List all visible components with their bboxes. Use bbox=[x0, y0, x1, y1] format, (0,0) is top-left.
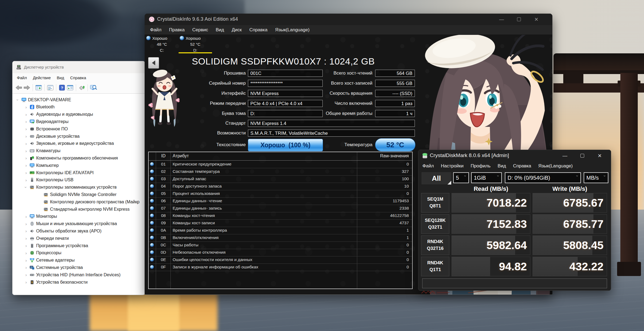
tree-item-процессоры[interactable]: ›Процессоры bbox=[24, 249, 61, 257]
menu-item-справка[interactable]: Справка bbox=[67, 75, 89, 81]
tree-item-стандартный-контроллер-nvm-express[interactable]: Стандартный контроллер NVM Express bbox=[38, 206, 130, 213]
menu-item-вид[interactable]: Вид bbox=[212, 26, 227, 34]
tree-item-клавиатуры[interactable]: ›Клавиатуры bbox=[24, 147, 60, 155]
tree-item-мониторы[interactable]: ›Мониторы bbox=[24, 213, 57, 220]
smart-row-0B[interactable]: 0BВключения/отключения1 bbox=[149, 234, 412, 242]
chevron-collapsed-icon[interactable]: › bbox=[24, 171, 28, 175]
tree-item-видеоадаптеры[interactable]: ›Видеоадаптеры bbox=[24, 118, 69, 125]
menu-item-язык-language-[interactable]: Язык(Language) bbox=[535, 162, 576, 170]
menu-item-сервис[interactable]: Сервис bbox=[189, 26, 211, 34]
smart-row-09[interactable]: 09Команды хост-записи4737 bbox=[149, 219, 412, 227]
menu-item-вид[interactable]: Вид bbox=[54, 75, 67, 81]
menu-item-диск[interactable]: Диск bbox=[228, 26, 245, 34]
tree-item-программные-устройства[interactable]: ›Программные устройства bbox=[24, 242, 88, 249]
menu-item-справка[interactable]: Справка bbox=[246, 26, 271, 34]
smart-row-0A[interactable]: 0AВремя работы контроллера1 bbox=[149, 227, 412, 234]
toolbar-button-search-computer-icon[interactable] bbox=[89, 84, 98, 92]
tree-item-звуковые-игровые-и-видеоустройства[interactable]: ›Звуковые, игровые и видеоустройства bbox=[24, 140, 114, 147]
tree-item-дисковые-устройства[interactable]: ›Дисковые устройства bbox=[24, 133, 80, 140]
smart-row-01[interactable]: 01Критическое предупреждение0 bbox=[149, 161, 412, 168]
back-button[interactable] bbox=[148, 57, 159, 69]
close-button[interactable]: × bbox=[532, 15, 540, 23]
smart-row-05[interactable]: 05Процент использования0 bbox=[149, 190, 412, 198]
menu-item-настройки[interactable]: Настройки bbox=[438, 162, 466, 170]
tree-item-компоненты-программного-обеспечения[interactable]: ›Компоненты программного обеспечения bbox=[24, 154, 118, 162]
test-button-seq128k-q32t1[interactable]: SEQ128KQ32T1 bbox=[421, 214, 449, 234]
menu-item-файл[interactable]: Файл bbox=[14, 75, 30, 81]
smart-row-04[interactable]: 04Порог доступного запаса10 bbox=[149, 183, 412, 190]
chevron-collapsed-icon[interactable]: › bbox=[24, 266, 28, 269]
chevron-collapsed-icon[interactable]: › bbox=[24, 105, 28, 109]
menu-item-файл[interactable]: Файл bbox=[147, 26, 165, 34]
smart-row-08[interactable]: 08Команды хост-чтения46122758 bbox=[149, 212, 412, 220]
minimize-button[interactable]: — bbox=[561, 152, 569, 160]
target-drive-select[interactable]: D: 0% (0/954GiB)› bbox=[505, 172, 581, 183]
toolbar-button-action-pane-icon[interactable] bbox=[66, 84, 74, 92]
chevron-collapsed-icon[interactable]: › bbox=[24, 244, 28, 248]
tree-item-компьютер[interactable]: ›Компьютер bbox=[24, 162, 59, 169]
menu-item-профиль[interactable]: Профиль bbox=[468, 162, 493, 170]
chevron-collapsed-icon[interactable]: › bbox=[24, 164, 28, 167]
chevron-collapsed-icon[interactable]: › bbox=[24, 120, 28, 124]
smart-row-0C[interactable]: 0CЧасы работы0 bbox=[149, 241, 412, 249]
menu-item-язык-language-[interactable]: Язык(Language) bbox=[272, 26, 313, 34]
close-button[interactable]: × bbox=[596, 152, 604, 160]
menu-item-действие[interactable]: Действие bbox=[30, 75, 54, 81]
menu-item-справка[interactable]: Справка bbox=[510, 162, 534, 170]
chevron-collapsed-icon[interactable]: › bbox=[24, 280, 28, 284]
chevron-expanded-icon[interactable]: › bbox=[24, 185, 28, 189]
chevron-collapsed-icon[interactable]: › bbox=[24, 251, 28, 255]
device-manager-titlebar[interactable]: Диспетчер устройств bbox=[13, 61, 145, 73]
toolbar-button-properties-icon[interactable] bbox=[46, 84, 54, 92]
test-count-select[interactable]: 5› bbox=[453, 172, 469, 183]
drive-tab-C[interactable]: Хорошо48 °CC: bbox=[145, 35, 179, 53]
tree-item-встроенное-по[interactable]: ›Встроенное ПО bbox=[24, 125, 68, 133]
test-button-rnd4k-q1t1[interactable]: RND4KQ1T1 bbox=[421, 257, 449, 276]
tree-item-очереди-печати[interactable]: ›Очереди печати bbox=[24, 235, 69, 242]
toolbar-button-console-tree-icon[interactable] bbox=[35, 84, 43, 92]
menu-item-файл[interactable]: Файл bbox=[419, 162, 437, 170]
test-size-select[interactable]: 1GiB› bbox=[471, 172, 502, 183]
toolbar-button-back-icon[interactable] bbox=[15, 84, 23, 92]
chevron-collapsed-icon[interactable]: › bbox=[24, 214, 28, 218]
chevron-collapsed-icon[interactable]: › bbox=[24, 142, 28, 145]
smart-row-03[interactable]: 03Доступный запас100 bbox=[149, 175, 412, 183]
chevron-collapsed-icon[interactable]: › bbox=[24, 229, 28, 233]
tree-item-мыши-и-иные-указывающие-устройства[interactable]: ›Мыши и иные указывающие устройства bbox=[24, 220, 117, 228]
crystaldiskmark-titlebar[interactable]: CrystalDiskMark 8.0.6 x64 [Admin] — × bbox=[418, 150, 611, 161]
chevron-collapsed-icon[interactable]: › bbox=[24, 258, 28, 262]
maximize-button[interactable] bbox=[578, 152, 586, 160]
tree-item-контроллер-дискового-пространства-майкр[interactable]: Контроллер дискового пространства (Майкр bbox=[38, 198, 139, 206]
smart-row-07[interactable]: 07Единицы данных- запись2338 bbox=[149, 205, 412, 212]
tree-item-контроллеры-usb[interactable]: ›Контроллеры USB bbox=[24, 176, 73, 184]
chevron-expanded-icon[interactable]: › bbox=[16, 98, 20, 102]
chevron-collapsed-icon[interactable]: › bbox=[24, 149, 28, 153]
unit-select[interactable]: MB/s› bbox=[584, 172, 608, 183]
chevron-collapsed-icon[interactable]: › bbox=[24, 273, 28, 277]
smart-row-0E[interactable]: 0EОшибки целостности носителя и данных0 bbox=[149, 256, 412, 264]
crystaldiskinfo-titlebar[interactable]: CrystalDiskInfo 9.6.3 Aoi Edition x64 — … bbox=[145, 14, 552, 25]
menu-item-вид[interactable]: Вид bbox=[495, 162, 509, 170]
tree-item-solidigm-nvme-storage-controller[interactable]: Solidigm NVMe Storage Controller bbox=[38, 191, 117, 198]
tree-item-контроллеры-запоминающих-устройств[interactable]: ›Контроллеры запоминающих устройств bbox=[24, 184, 117, 191]
chevron-collapsed-icon[interactable]: › bbox=[24, 222, 28, 226]
smart-row-0D[interactable]: 0DНебезопасные отключения0 bbox=[149, 249, 412, 256]
chevron-collapsed-icon[interactable]: › bbox=[24, 127, 28, 131]
tree-item-контроллеры-ide-ata-atapi[interactable]: ›Контроллеры IDE ATA/ATAPI bbox=[24, 169, 94, 176]
smart-row-02[interactable]: 02Составная температура327 bbox=[149, 168, 412, 176]
chevron-collapsed-icon[interactable]: › bbox=[24, 237, 28, 240]
chevron-collapsed-icon[interactable]: › bbox=[24, 112, 28, 116]
test-button-seq1m-q8t1[interactable]: SEQ1MQ8T1 bbox=[421, 193, 449, 213]
tree-item-desktop-vaemare[interactable]: ›DESKTOP-VAEMARE bbox=[16, 96, 71, 103]
run-all-tests-button[interactable]: All bbox=[421, 172, 452, 185]
tree-item-устройства-hid-human-interface-devices-[interactable]: ›Устройства HID (Human Interface Devices… bbox=[24, 271, 120, 278]
smart-row-0F[interactable]: 0FЗаписи в журнале информации об ошибках… bbox=[149, 263, 412, 271]
menu-item-правка[interactable]: Правка bbox=[166, 26, 188, 34]
chevron-collapsed-icon[interactable]: › bbox=[24, 178, 28, 182]
tree-item-устройства-безопасности[interactable]: ›Устройства безопасности bbox=[24, 278, 88, 286]
chevron-collapsed-icon[interactable]: › bbox=[24, 156, 28, 160]
toolbar-button-scan-hardware-icon[interactable] bbox=[78, 84, 86, 92]
message-box[interactable] bbox=[422, 278, 607, 288]
health-status-button[interactable]: Хорошо (100 %) bbox=[248, 139, 323, 151]
drive-tab-D[interactable]: Хорошо52 °CD: bbox=[179, 35, 212, 53]
